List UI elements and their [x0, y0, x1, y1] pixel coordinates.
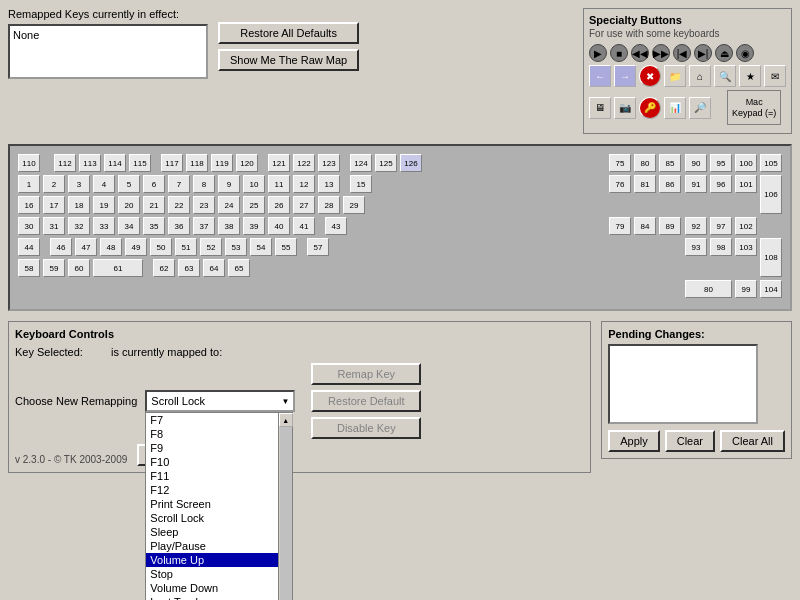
key-93[interactable]: 93 [685, 238, 707, 256]
key-44[interactable]: 44 [18, 238, 40, 256]
key-79[interactable]: 79 [609, 217, 631, 235]
key-46[interactable]: 46 [50, 238, 72, 256]
key-53[interactable]: 53 [225, 238, 247, 256]
key-91[interactable]: 91 [685, 175, 707, 193]
dropdown-item-sleep[interactable]: Sleep [146, 525, 278, 539]
key-95[interactable]: 95 [710, 154, 732, 172]
key-65[interactable]: 65 [228, 259, 250, 277]
play-icon[interactable]: ▶ [589, 44, 607, 62]
remapping-dropdown[interactable]: Scroll Lock ▼ [145, 390, 295, 412]
dropdown-item-play-pause[interactable]: Play/Pause [146, 539, 278, 553]
key-27[interactable]: 27 [293, 196, 315, 214]
key-54[interactable]: 54 [250, 238, 272, 256]
key-12[interactable]: 12 [293, 175, 315, 193]
key-102[interactable]: 102 [735, 217, 757, 235]
key-2[interactable]: 2 [43, 175, 65, 193]
key-40[interactable]: 40 [268, 217, 290, 235]
key-1[interactable]: 1 [18, 175, 40, 193]
rewind-icon[interactable]: ◀◀ [631, 44, 649, 62]
key-7[interactable]: 7 [168, 175, 190, 193]
dropdown-item-f9[interactable]: F9 [146, 441, 278, 455]
key-9[interactable]: 9 [218, 175, 240, 193]
dropdown-item-stop[interactable]: Stop [146, 567, 278, 581]
key-113[interactable]: 113 [79, 154, 101, 172]
key-47[interactable]: 47 [75, 238, 97, 256]
key-90[interactable]: 90 [685, 154, 707, 172]
forward-arrow-icon[interactable]: → [614, 65, 636, 87]
key-50[interactable]: 50 [150, 238, 172, 256]
key-86[interactable]: 86 [659, 175, 681, 193]
key-32[interactable]: 32 [68, 217, 90, 235]
key-18[interactable]: 18 [68, 196, 90, 214]
key-26[interactable]: 26 [268, 196, 290, 214]
zoom-icon[interactable]: 🔎 [689, 97, 711, 119]
dropdown-item-f8[interactable]: F8 [146, 427, 278, 441]
key-98[interactable]: 98 [710, 238, 732, 256]
dropdown-item-volume-down[interactable]: Volume Down [146, 581, 278, 595]
dropdown-item-f10[interactable]: F10 [146, 455, 278, 469]
key-41[interactable]: 41 [293, 217, 315, 235]
key-92[interactable]: 92 [685, 217, 707, 235]
search-icon[interactable]: 🔍 [714, 65, 736, 87]
key-6[interactable]: 6 [143, 175, 165, 193]
key-120[interactable]: 120 [236, 154, 258, 172]
key-110[interactable]: 110 [18, 154, 40, 172]
key-17[interactable]: 17 [43, 196, 65, 214]
fastforward-icon[interactable]: ▶▶ [652, 44, 670, 62]
key-10[interactable]: 10 [243, 175, 265, 193]
key-104[interactable]: 104 [760, 280, 782, 298]
key-58[interactable]: 58 [18, 259, 40, 277]
key-55[interactable]: 55 [275, 238, 297, 256]
folder-icon[interactable]: 📁 [664, 65, 686, 87]
key-62[interactable]: 62 [153, 259, 175, 277]
key-64[interactable]: 64 [203, 259, 225, 277]
key-22[interactable]: 22 [168, 196, 190, 214]
scroll-up-button[interactable]: ▲ [279, 413, 293, 427]
key-81[interactable]: 81 [634, 175, 656, 193]
key-21[interactable]: 21 [143, 196, 165, 214]
mac-keypad[interactable]: Mac Keypad (=) [727, 90, 781, 125]
key-30[interactable]: 30 [18, 217, 40, 235]
cd-icon[interactable]: ◉ [736, 44, 754, 62]
clear-all-button[interactable]: Clear All [720, 430, 785, 452]
key-25[interactable]: 25 [243, 196, 265, 214]
next-icon[interactable]: ▶| [694, 44, 712, 62]
key-48[interactable]: 48 [100, 238, 122, 256]
camera-icon[interactable]: 📷 [614, 97, 636, 119]
key-51[interactable]: 51 [175, 238, 197, 256]
red-x-icon[interactable]: ✖ [639, 65, 661, 87]
key-76[interactable]: 76 [609, 175, 631, 193]
key-13[interactable]: 13 [318, 175, 340, 193]
key-121[interactable]: 121 [268, 154, 290, 172]
key-80[interactable]: 80 [634, 154, 656, 172]
restore-all-defaults-button[interactable]: Restore All Defaults [218, 22, 359, 44]
key-8[interactable]: 8 [193, 175, 215, 193]
eject-icon[interactable]: ⏏ [715, 44, 733, 62]
show-raw-map-button[interactable]: Show Me The Raw Map [218, 49, 359, 71]
key-35[interactable]: 35 [143, 217, 165, 235]
key-124[interactable]: 124 [350, 154, 372, 172]
key-16[interactable]: 16 [18, 196, 40, 214]
key-126[interactable]: 126 [400, 154, 422, 172]
key-19[interactable]: 19 [93, 196, 115, 214]
key-36[interactable]: 36 [168, 217, 190, 235]
dropdown-item-f12[interactable]: F12 [146, 483, 278, 497]
clear-button[interactable]: Clear [665, 430, 715, 452]
key-99[interactable]: 99 [735, 280, 757, 298]
key-57[interactable]: 57 [307, 238, 329, 256]
key-37[interactable]: 37 [193, 217, 215, 235]
home-icon[interactable]: ⌂ [689, 65, 711, 87]
key-52[interactable]: 52 [200, 238, 222, 256]
key-61[interactable]: 61 [93, 259, 143, 277]
key-24[interactable]: 24 [218, 196, 240, 214]
dropdown-item-last-track[interactable]: Last Track [146, 595, 278, 600]
key-60[interactable]: 60 [68, 259, 90, 277]
key-33[interactable]: 33 [93, 217, 115, 235]
key-117[interactable]: 117 [161, 154, 183, 172]
key-63[interactable]: 63 [178, 259, 200, 277]
key-15[interactable]: 15 [350, 175, 372, 193]
stop-icon[interactable]: ■ [610, 44, 628, 62]
key-114[interactable]: 114 [104, 154, 126, 172]
key-29[interactable]: 29 [343, 196, 365, 214]
key-106[interactable]: 106 [760, 175, 782, 214]
